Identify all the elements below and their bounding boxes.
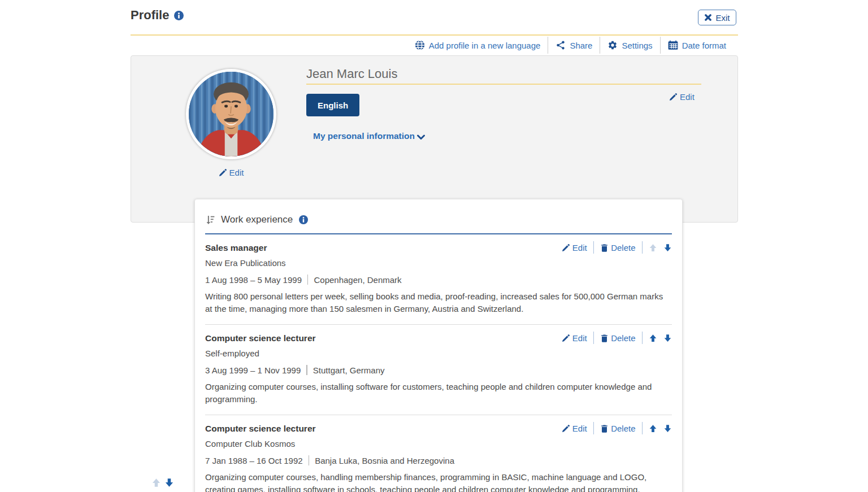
entry-controls: Edit Delete bbox=[562, 422, 672, 434]
gear-icon bbox=[607, 40, 618, 50]
avatar-edit-button[interactable]: Edit bbox=[219, 168, 244, 177]
entry-delete-label: Delete bbox=[611, 424, 635, 433]
share-label: Share bbox=[570, 41, 592, 50]
section-move-up-button bbox=[151, 478, 161, 487]
controls-separator bbox=[642, 422, 643, 434]
date-location-separator bbox=[307, 275, 309, 285]
globe-icon bbox=[415, 40, 425, 50]
section-title: Work experience bbox=[221, 214, 293, 225]
personal-information-toggle[interactable]: My personal information bbox=[313, 131, 425, 141]
pencil-icon bbox=[562, 334, 570, 342]
entry-edit-label: Edit bbox=[572, 424, 587, 433]
pencil-icon bbox=[219, 168, 227, 177]
entry-edit-button[interactable]: Edit bbox=[562, 243, 587, 252]
name-divider bbox=[306, 84, 701, 85]
entry-delete-button[interactable]: Delete bbox=[600, 333, 635, 343]
add-language-button[interactable]: Add profile in a new language bbox=[407, 40, 548, 50]
work-experience-entry: Edit Delete Computer science lecturer Se… bbox=[205, 325, 672, 415]
entry-delete-button[interactable]: Delete bbox=[600, 243, 635, 252]
entry-employer: Self-employed bbox=[205, 349, 672, 358]
entry-description: Organizing computer courses, handling me… bbox=[205, 471, 667, 492]
entry-delete-label: Delete bbox=[611, 243, 635, 252]
move-up-button[interactable] bbox=[649, 424, 657, 433]
entry-controls: Edit Delete bbox=[562, 332, 672, 344]
pencil-icon bbox=[669, 93, 678, 101]
date-location-separator bbox=[306, 365, 307, 375]
share-icon bbox=[555, 40, 566, 50]
entry-employer: Computer Club Kosmos bbox=[205, 439, 672, 449]
entry-location: Stuttgart, Germany bbox=[313, 365, 385, 375]
controls-separator bbox=[593, 241, 594, 254]
add-language-label: Add profile in a new language bbox=[429, 41, 541, 50]
chevron-down-icon bbox=[417, 134, 425, 140]
entry-edit-button[interactable]: Edit bbox=[562, 333, 587, 343]
info-icon[interactable] bbox=[299, 215, 308, 224]
work-experience-card: Work experience Edit Delete Sales manage… bbox=[194, 199, 683, 492]
move-up-button[interactable] bbox=[649, 334, 657, 342]
exit-button[interactable]: Exit bbox=[698, 10, 736, 25]
move-down-button[interactable] bbox=[663, 243, 672, 252]
entry-edit-button[interactable]: Edit bbox=[562, 424, 587, 433]
controls-separator bbox=[593, 332, 594, 344]
trash-icon bbox=[600, 424, 609, 433]
language-tab-english[interactable]: English bbox=[306, 94, 359, 116]
entry-dates: 1 Aug 1998 – 5 May 1999 bbox=[205, 275, 302, 285]
entry-employer: New Era Publications bbox=[205, 258, 672, 268]
info-icon[interactable] bbox=[174, 11, 184, 20]
move-down-button[interactable] bbox=[663, 334, 672, 342]
close-icon bbox=[704, 14, 712, 21]
entry-dates-row: 7 Jan 1988 – 16 Oct 1992 Banja Luka, Bos… bbox=[205, 455, 672, 465]
controls-separator bbox=[642, 241, 643, 254]
section-move-controls bbox=[151, 478, 174, 487]
entry-location: Copenhagen, Denmark bbox=[314, 275, 401, 285]
pencil-icon bbox=[562, 243, 570, 252]
move-down-button[interactable] bbox=[663, 424, 672, 433]
sort-icon[interactable] bbox=[205, 215, 215, 225]
trash-icon bbox=[600, 243, 609, 252]
entry-edit-label: Edit bbox=[572, 333, 587, 343]
profile-edit-label: Edit bbox=[680, 92, 695, 102]
profile-edit-button[interactable]: Edit bbox=[669, 92, 695, 102]
entry-delete-label: Delete bbox=[611, 333, 635, 343]
date-location-separator bbox=[309, 455, 310, 465]
entry-description: Organizing computer courses, installing … bbox=[205, 381, 667, 405]
work-experience-entry: Edit Delete Computer science lecturer Co… bbox=[205, 415, 672, 492]
share-button[interactable]: Share bbox=[548, 40, 600, 50]
work-experience-header: Work experience bbox=[205, 214, 672, 225]
move-up-button bbox=[649, 243, 657, 252]
controls-separator bbox=[593, 422, 594, 434]
entry-location: Banja Luka, Bosnia and Herzegovina bbox=[315, 456, 454, 465]
avatar bbox=[186, 69, 276, 159]
exit-label: Exit bbox=[715, 13, 730, 23]
avatar-edit-label: Edit bbox=[229, 168, 244, 177]
entry-dates: 7 Jan 1988 – 16 Oct 1992 bbox=[205, 456, 303, 465]
entry-dates-row: 1 Aug 1998 – 5 May 1999 Copenhagen, Denm… bbox=[205, 275, 672, 285]
profile-card: Edit Jean Marc Louis Edit English My per… bbox=[131, 55, 738, 223]
entry-dates: 3 Aug 1999 – 1 Nov 1999 bbox=[205, 365, 301, 375]
work-experience-entry: Edit Delete Sales manager New Era Public… bbox=[205, 234, 672, 325]
entry-description: Writing 800 personal letters per week, s… bbox=[205, 290, 667, 315]
date-format-button[interactable]: Date format bbox=[661, 40, 734, 50]
date-format-label: Date format bbox=[682, 41, 726, 50]
pencil-icon bbox=[562, 424, 570, 433]
personal-information-label: My personal information bbox=[313, 131, 415, 141]
trash-icon bbox=[600, 334, 609, 342]
toolbar: Add profile in a new language Share Sett… bbox=[407, 37, 734, 54]
entry-dates-row: 3 Aug 1999 – 1 Nov 1999 Stuttgart, Germa… bbox=[205, 365, 672, 375]
calendar-icon bbox=[668, 40, 678, 50]
entry-delete-button[interactable]: Delete bbox=[600, 424, 635, 433]
settings-label: Settings bbox=[622, 41, 652, 50]
entry-edit-label: Edit bbox=[572, 243, 587, 252]
section-move-down-button[interactable] bbox=[164, 478, 174, 487]
settings-button[interactable]: Settings bbox=[600, 40, 659, 50]
profile-name: Jean Marc Louis bbox=[306, 67, 397, 81]
controls-separator bbox=[642, 332, 643, 344]
entry-controls: Edit Delete bbox=[562, 241, 672, 254]
page-header: Profile bbox=[131, 8, 184, 23]
page-title: Profile bbox=[131, 8, 169, 23]
header-divider bbox=[131, 34, 738, 36]
